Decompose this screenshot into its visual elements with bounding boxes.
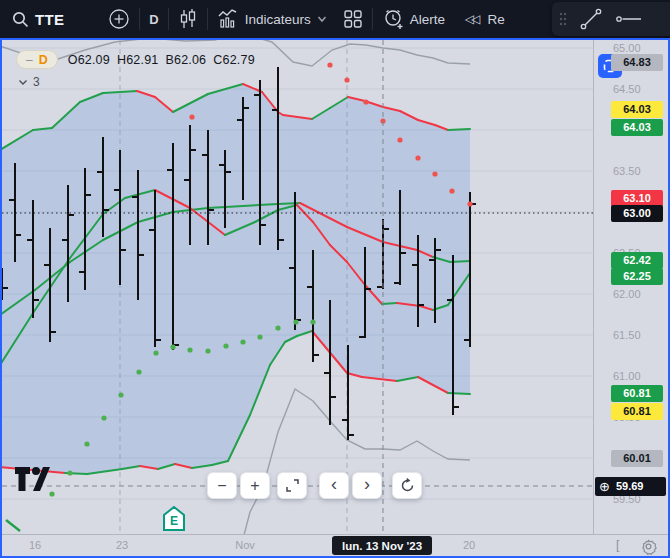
indicators-label: Indicateurs bbox=[245, 12, 311, 27]
price-badge: 62.42 bbox=[611, 252, 663, 269]
chart-pane: – D O62.09H62.91B62.06C62.79 3 bbox=[0, 38, 670, 558]
zoom-out-button[interactable]: − bbox=[207, 472, 237, 499]
legend-interval-badge: D bbox=[39, 53, 48, 67]
earnings-marker[interactable]: E bbox=[162, 506, 186, 532]
plus-circle-icon: ⊕ bbox=[599, 479, 610, 494]
time-axis[interactable]: lun. 13 Nov '23 [ 1623Nov20 bbox=[2, 534, 668, 556]
symbol-name: TTE bbox=[35, 11, 64, 28]
time-tick-label: 16 bbox=[23, 539, 47, 551]
edge-line-stub bbox=[6, 520, 20, 531]
settings-gear-icon[interactable] bbox=[640, 538, 657, 555]
search-icon bbox=[12, 11, 29, 28]
price-badge: 64.03 bbox=[611, 119, 663, 136]
price-tick-label: 61.50 bbox=[613, 329, 641, 341]
tradingview-logo[interactable] bbox=[14, 466, 50, 496]
indicators-button[interactable]: Indicateurs bbox=[217, 9, 327, 29]
chevron-down-icon bbox=[317, 15, 327, 23]
price-tick-label: 62.00 bbox=[613, 288, 641, 300]
maximize-icon bbox=[286, 479, 299, 492]
toolbar-divider bbox=[207, 8, 208, 30]
horizontal-line-tool-icon[interactable] bbox=[614, 6, 644, 32]
chart-window: TTE D bbox=[0, 0, 670, 558]
time-tick-label: 23 bbox=[110, 539, 134, 551]
price-tick-label: 63.50 bbox=[613, 165, 641, 177]
time-tick-label: 20 bbox=[457, 539, 481, 551]
alarm-clock-icon bbox=[382, 8, 404, 30]
drag-handle-icon[interactable] bbox=[558, 11, 568, 27]
zoom-in-button[interactable]: + bbox=[240, 472, 270, 499]
price-badge: 63.00 bbox=[611, 205, 663, 222]
interval-label: D bbox=[149, 12, 158, 27]
svg-text:E: E bbox=[170, 514, 178, 528]
scroll-left-button[interactable]: ‹ bbox=[319, 472, 349, 499]
open-value: O62.09 bbox=[68, 53, 110, 67]
crosshair-price-label: ⊕59.69 bbox=[595, 477, 666, 496]
indicators-icon bbox=[217, 9, 239, 29]
floating-draw-toolbar bbox=[552, 2, 670, 36]
price-badge: 60.81 bbox=[611, 403, 663, 420]
toolbar-divider bbox=[168, 8, 169, 30]
axis-bracket-glyph: [ bbox=[616, 538, 619, 552]
time-tick-label: Nov bbox=[233, 539, 257, 551]
ohlc-values: O62.09H62.91B62.06C62.79 bbox=[68, 53, 262, 67]
maximize-button[interactable] bbox=[277, 472, 307, 499]
interval-button[interactable]: D bbox=[149, 12, 158, 27]
replay-button[interactable]: ◁◁ Re bbox=[465, 12, 505, 27]
symbol-search-button[interactable]: TTE bbox=[12, 11, 64, 28]
chart-legend: – D O62.09H62.91B62.06C62.79 3 bbox=[16, 50, 262, 89]
candlestick-style-icon bbox=[178, 8, 198, 30]
toolbar-divider bbox=[139, 8, 140, 30]
visibility-toggle-icon[interactable]: – bbox=[26, 53, 33, 67]
scroll-right-button[interactable]: › bbox=[352, 472, 382, 499]
price-badge: 63.10 bbox=[611, 190, 663, 207]
price-badge: 60.81 bbox=[611, 385, 663, 402]
collapsed-indicators-toggle[interactable]: 3 bbox=[18, 75, 262, 89]
toolbar-divider bbox=[372, 8, 373, 30]
price-badge: 60.01 bbox=[611, 450, 663, 467]
chevron-down-icon bbox=[18, 79, 28, 86]
alert-button[interactable]: Alerte bbox=[382, 8, 445, 30]
price-tick-label: 64.50 bbox=[613, 83, 641, 95]
reset-view-icon bbox=[400, 478, 415, 493]
alert-label: Alerte bbox=[410, 12, 445, 27]
chart-style-button[interactable] bbox=[178, 8, 198, 30]
price-badge: 64.03 bbox=[611, 101, 663, 118]
trend-line-tool-icon[interactable] bbox=[578, 6, 604, 32]
price-badge: 64.83 bbox=[611, 54, 663, 71]
layout-grid-button[interactable] bbox=[343, 9, 363, 29]
price-tick-label: 65.00 bbox=[613, 42, 641, 54]
price-chart-canvas[interactable] bbox=[2, 40, 593, 534]
plus-circle-icon bbox=[108, 8, 130, 30]
low-value: B62.06 bbox=[165, 53, 206, 67]
grid-layout-icon bbox=[343, 9, 363, 29]
compare-add-button[interactable] bbox=[108, 8, 130, 30]
replay-label: Re bbox=[487, 12, 504, 27]
crosshair-date-label: lun. 13 Nov '23 bbox=[332, 536, 432, 555]
price-axis[interactable]: 65.0064.5063.5062.5062.0061.5061.0060.50… bbox=[593, 40, 668, 534]
close-value: C62.79 bbox=[213, 53, 255, 67]
price-tick-label: 61.00 bbox=[613, 370, 641, 382]
reset-view-button[interactable] bbox=[392, 472, 422, 499]
source-toggle-pill[interactable]: – D bbox=[16, 50, 58, 69]
replay-icon: ◁◁ bbox=[465, 12, 477, 26]
high-value: H62.91 bbox=[117, 53, 159, 67]
price-badge: 62.25 bbox=[611, 268, 663, 285]
collapsed-count: 3 bbox=[33, 75, 40, 89]
